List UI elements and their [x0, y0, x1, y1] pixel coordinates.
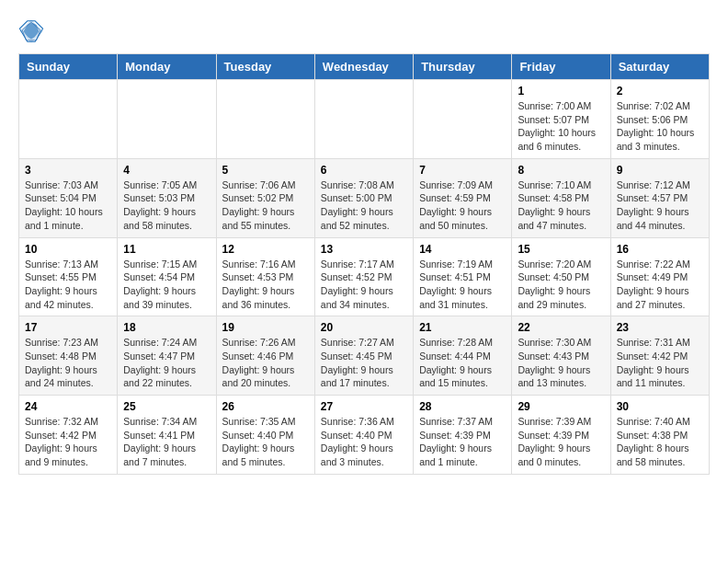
calendar-day-cell: 21Sunrise: 7:28 AM Sunset: 4:44 PM Dayli…	[414, 316, 512, 396]
day-info: Sunrise: 7:19 AM Sunset: 4:51 PM Dayligh…	[419, 258, 506, 312]
day-number: 8	[518, 164, 604, 177]
calendar-day-cell: 11Sunrise: 7:15 AM Sunset: 4:54 PM Dayli…	[118, 237, 216, 316]
day-number: 12	[222, 243, 309, 256]
day-number: 9	[617, 164, 703, 177]
day-number: 22	[518, 321, 604, 334]
day-info: Sunrise: 7:37 AM Sunset: 4:39 PM Dayligh…	[419, 415, 506, 469]
day-number: 2	[617, 85, 703, 98]
day-info: Sunrise: 7:22 AM Sunset: 4:49 PM Dayligh…	[617, 258, 703, 312]
calendar-day-cell: 9Sunrise: 7:12 AM Sunset: 4:57 PM Daylig…	[610, 158, 709, 237]
calendar-day-cell: 8Sunrise: 7:10 AM Sunset: 4:58 PM Daylig…	[512, 158, 610, 237]
day-info: Sunrise: 7:00 AM Sunset: 5:07 PM Dayligh…	[518, 99, 604, 154]
calendar-day-cell: 18Sunrise: 7:24 AM Sunset: 4:47 PM Dayli…	[118, 316, 216, 396]
day-info: Sunrise: 7:02 AM Sunset: 5:06 PM Dayligh…	[617, 99, 703, 154]
calendar-day-cell: 30Sunrise: 7:40 AM Sunset: 4:38 PM Dayli…	[610, 396, 709, 475]
calendar-body: 1Sunrise: 7:00 AM Sunset: 5:07 PM Daylig…	[19, 80, 710, 475]
day-number: 13	[321, 243, 407, 256]
calendar-day-cell: 28Sunrise: 7:37 AM Sunset: 4:39 PM Dayli…	[414, 396, 512, 475]
day-info: Sunrise: 7:28 AM Sunset: 4:44 PM Dayligh…	[419, 336, 506, 390]
weekday-header-cell: Saturday	[610, 54, 709, 80]
calendar-day-cell: 3Sunrise: 7:03 AM Sunset: 5:04 PM Daylig…	[19, 158, 118, 237]
weekday-header-cell: Wednesday	[314, 54, 413, 80]
calendar-week-row: 1Sunrise: 7:00 AM Sunset: 5:07 PM Daylig…	[19, 80, 710, 159]
calendar-day-cell	[19, 80, 118, 159]
calendar: SundayMondayTuesdayWednesdayThursdayFrid…	[18, 53, 710, 475]
calendar-day-cell: 17Sunrise: 7:23 AM Sunset: 4:48 PM Dayli…	[19, 316, 118, 396]
day-info: Sunrise: 7:15 AM Sunset: 4:54 PM Dayligh…	[123, 258, 210, 312]
calendar-day-cell: 16Sunrise: 7:22 AM Sunset: 4:49 PM Dayli…	[610, 237, 709, 316]
day-info: Sunrise: 7:36 AM Sunset: 4:40 PM Dayligh…	[321, 415, 407, 469]
day-info: Sunrise: 7:20 AM Sunset: 4:50 PM Dayligh…	[518, 258, 604, 312]
calendar-day-cell: 26Sunrise: 7:35 AM Sunset: 4:40 PM Dayli…	[216, 396, 314, 475]
day-number: 15	[518, 243, 604, 256]
day-number: 1	[518, 85, 604, 98]
calendar-day-cell	[314, 80, 413, 159]
day-info: Sunrise: 7:03 AM Sunset: 5:04 PM Dayligh…	[25, 178, 111, 233]
day-number: 27	[321, 400, 407, 413]
calendar-day-cell	[118, 80, 216, 159]
calendar-day-cell: 4Sunrise: 7:05 AM Sunset: 5:03 PM Daylig…	[118, 158, 216, 237]
calendar-day-cell: 22Sunrise: 7:30 AM Sunset: 4:43 PM Dayli…	[512, 316, 610, 396]
day-info: Sunrise: 7:05 AM Sunset: 5:03 PM Dayligh…	[123, 178, 210, 233]
calendar-day-cell: 10Sunrise: 7:13 AM Sunset: 4:55 PM Dayli…	[19, 237, 118, 316]
day-number: 20	[321, 321, 407, 334]
calendar-week-row: 10Sunrise: 7:13 AM Sunset: 4:55 PM Dayli…	[19, 237, 710, 316]
day-number: 16	[617, 243, 703, 256]
calendar-week-row: 17Sunrise: 7:23 AM Sunset: 4:48 PM Dayli…	[19, 316, 710, 396]
calendar-day-cell: 25Sunrise: 7:34 AM Sunset: 4:41 PM Dayli…	[118, 396, 216, 475]
day-info: Sunrise: 7:26 AM Sunset: 4:46 PM Dayligh…	[222, 336, 309, 390]
day-info: Sunrise: 7:16 AM Sunset: 4:53 PM Dayligh…	[222, 258, 309, 312]
calendar-day-cell: 7Sunrise: 7:09 AM Sunset: 4:59 PM Daylig…	[414, 158, 512, 237]
weekday-header-cell: Thursday	[414, 54, 512, 80]
day-info: Sunrise: 7:34 AM Sunset: 4:41 PM Dayligh…	[123, 415, 210, 469]
day-number: 21	[419, 321, 506, 334]
day-number: 3	[25, 164, 111, 177]
day-info: Sunrise: 7:09 AM Sunset: 4:59 PM Dayligh…	[419, 178, 506, 233]
calendar-day-cell: 12Sunrise: 7:16 AM Sunset: 4:53 PM Dayli…	[216, 237, 314, 316]
calendar-day-cell: 14Sunrise: 7:19 AM Sunset: 4:51 PM Dayli…	[414, 237, 512, 316]
day-number: 17	[25, 321, 111, 334]
header	[18, 18, 710, 44]
day-number: 7	[419, 164, 506, 177]
day-number: 26	[222, 400, 309, 413]
weekday-header-row: SundayMondayTuesdayWednesdayThursdayFrid…	[19, 54, 710, 80]
day-number: 11	[123, 243, 210, 256]
calendar-day-cell: 2Sunrise: 7:02 AM Sunset: 5:06 PM Daylig…	[610, 80, 709, 159]
day-info: Sunrise: 7:08 AM Sunset: 5:00 PM Dayligh…	[321, 178, 407, 233]
day-info: Sunrise: 7:24 AM Sunset: 4:47 PM Dayligh…	[123, 336, 210, 390]
day-info: Sunrise: 7:35 AM Sunset: 4:40 PM Dayligh…	[222, 415, 309, 469]
weekday-header-cell: Tuesday	[216, 54, 314, 80]
day-info: Sunrise: 7:12 AM Sunset: 4:57 PM Dayligh…	[617, 178, 703, 233]
day-info: Sunrise: 7:40 AM Sunset: 4:38 PM Dayligh…	[617, 415, 703, 469]
day-number: 30	[617, 400, 703, 413]
calendar-day-cell: 6Sunrise: 7:08 AM Sunset: 5:00 PM Daylig…	[314, 158, 413, 237]
day-number: 24	[25, 400, 111, 413]
day-info: Sunrise: 7:17 AM Sunset: 4:52 PM Dayligh…	[321, 258, 407, 312]
day-info: Sunrise: 7:06 AM Sunset: 5:02 PM Dayligh…	[222, 178, 309, 233]
day-number: 4	[123, 164, 210, 177]
day-number: 23	[617, 321, 703, 334]
calendar-day-cell: 24Sunrise: 7:32 AM Sunset: 4:42 PM Dayli…	[19, 396, 118, 475]
day-number: 25	[123, 400, 210, 413]
calendar-day-cell: 15Sunrise: 7:20 AM Sunset: 4:50 PM Dayli…	[512, 237, 610, 316]
day-info: Sunrise: 7:10 AM Sunset: 4:58 PM Dayligh…	[518, 178, 604, 233]
day-number: 18	[123, 321, 210, 334]
day-info: Sunrise: 7:23 AM Sunset: 4:48 PM Dayligh…	[25, 336, 111, 390]
calendar-day-cell	[216, 80, 314, 159]
weekday-header-cell: Sunday	[19, 54, 118, 80]
calendar-day-cell: 1Sunrise: 7:00 AM Sunset: 5:07 PM Daylig…	[512, 80, 610, 159]
day-info: Sunrise: 7:32 AM Sunset: 4:42 PM Dayligh…	[25, 415, 111, 469]
day-info: Sunrise: 7:13 AM Sunset: 4:55 PM Dayligh…	[25, 258, 111, 312]
day-number: 29	[518, 400, 604, 413]
day-info: Sunrise: 7:31 AM Sunset: 4:42 PM Dayligh…	[617, 336, 703, 390]
calendar-day-cell: 27Sunrise: 7:36 AM Sunset: 4:40 PM Dayli…	[314, 396, 413, 475]
day-info: Sunrise: 7:39 AM Sunset: 4:39 PM Dayligh…	[518, 415, 604, 469]
calendar-day-cell: 29Sunrise: 7:39 AM Sunset: 4:39 PM Dayli…	[512, 396, 610, 475]
day-number: 6	[321, 164, 407, 177]
calendar-day-cell: 13Sunrise: 7:17 AM Sunset: 4:52 PM Dayli…	[314, 237, 413, 316]
calendar-day-cell	[414, 80, 512, 159]
day-info: Sunrise: 7:30 AM Sunset: 4:43 PM Dayligh…	[518, 336, 604, 390]
calendar-day-cell: 23Sunrise: 7:31 AM Sunset: 4:42 PM Dayli…	[610, 316, 709, 396]
calendar-day-cell: 20Sunrise: 7:27 AM Sunset: 4:45 PM Dayli…	[314, 316, 413, 396]
day-number: 10	[25, 243, 111, 256]
